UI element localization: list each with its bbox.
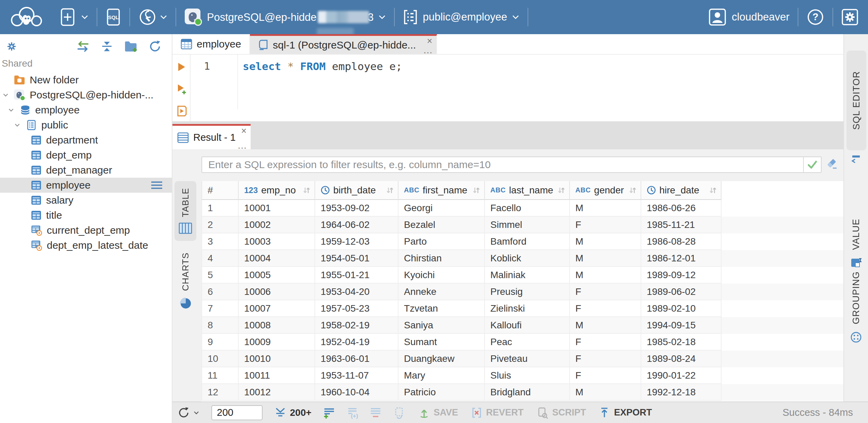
settings-button[interactable] [841, 9, 858, 26]
table-cell[interactable]: M [570, 267, 641, 284]
table-cell[interactable]: Sumant [398, 334, 485, 351]
table-cell[interactable]: 1994-09-15 [641, 317, 722, 334]
help-button[interactable]: ? [807, 8, 824, 26]
tree-item-employee[interactable]: employee [0, 103, 172, 118]
table-cell[interactable]: Peac [485, 334, 570, 351]
table-cell[interactable]: Saniya [398, 317, 485, 334]
script-button[interactable]: SCRIPT [536, 407, 586, 419]
cloudbeaver-logo-icon[interactable] [9, 6, 44, 28]
tree-item-salary[interactable]: salary [0, 193, 172, 208]
table-cell[interactable]: 10009 [239, 334, 315, 351]
table-cell[interactable]: 1952-04-19 [315, 334, 398, 351]
close-result-icon[interactable]: × [241, 126, 247, 136]
apply-filter-button[interactable] [803, 157, 821, 172]
refresh-result-button[interactable] [177, 406, 199, 419]
row-number-cell[interactable]: 10 [201, 351, 239, 367]
table-cell[interactable]: Duangkaew [398, 351, 485, 367]
tab-table[interactable]: TABLE [174, 181, 196, 241]
duplicate-row-button[interactable]: (+) [346, 407, 359, 419]
sort-icon[interactable] [472, 186, 481, 195]
table-cell[interactable]: F [570, 367, 641, 384]
table-cell[interactable]: 1989-09-12 [641, 267, 722, 284]
table-cell[interactable]: 1964-06-02 [315, 217, 398, 233]
table-cell[interactable]: Facello [485, 200, 570, 217]
table-cell[interactable]: Simmel [485, 217, 570, 233]
table-cell[interactable]: F [570, 300, 641, 317]
tree-item-dept_emp_latest_date[interactable]: dept_emp_latest_date [0, 238, 172, 253]
table-cell[interactable]: Mary [398, 367, 485, 384]
table-cell[interactable]: 1953-09-02 [315, 200, 398, 217]
export-button[interactable]: EXPORT [598, 407, 652, 419]
table-cell[interactable]: F [570, 284, 641, 300]
delete-row-button[interactable] [369, 407, 382, 419]
collapse-all-button[interactable] [101, 40, 113, 53]
column-header-emp_no[interactable]: 123emp_no [239, 181, 315, 200]
row-number-cell[interactable]: 9 [201, 334, 239, 351]
table-cell[interactable]: 10012 [239, 384, 315, 401]
revert-button[interactable]: REVERT [471, 407, 524, 419]
row-number-cell[interactable]: 1 [201, 200, 239, 217]
sort-icon[interactable] [557, 186, 566, 195]
tree-item-dept_emp[interactable]: dept_emp [0, 148, 172, 163]
table-cell[interactable]: 1992-12-18 [641, 384, 722, 401]
table-cell[interactable]: 1960-10-04 [315, 384, 398, 401]
table-cell[interactable]: M [570, 250, 641, 267]
tab-employee[interactable]: employee [172, 34, 250, 54]
save-button[interactable]: SAVE [418, 407, 458, 419]
filter-input[interactable] [202, 159, 803, 170]
table-cell[interactable]: 1985-02-18 [641, 334, 722, 351]
table-cell[interactable]: 10002 [239, 217, 315, 233]
table-cell[interactable]: 10001 [239, 200, 315, 217]
table-cell[interactable]: Anneke [398, 284, 485, 300]
table-cell[interactable]: Bridgland [485, 384, 570, 401]
user-menu[interactable]: cloudbeaver [709, 8, 789, 26]
table-cell[interactable]: M [570, 233, 641, 250]
table-cell[interactable]: Chirstian [398, 250, 485, 267]
tree-item-department[interactable]: department [0, 133, 172, 148]
column-header-birth_date[interactable]: birth_date [315, 181, 398, 200]
link-with-editor-button[interactable] [76, 40, 90, 53]
expand-chevron-icon[interactable] [14, 123, 20, 127]
table-cell[interactable]: F [570, 351, 641, 367]
sort-icon[interactable] [302, 186, 311, 195]
table-cell[interactable]: 1953-04-20 [315, 284, 398, 300]
table-cell[interactable]: 10005 [239, 267, 315, 284]
table-cell[interactable]: 1954-05-01 [315, 250, 398, 267]
execute-query-new-tab-button[interactable] [176, 83, 187, 95]
table-cell[interactable]: 10006 [239, 284, 315, 300]
page-size-input[interactable] [211, 405, 263, 420]
tree-item-current_dept_emp[interactable]: current_dept_emp [0, 223, 172, 238]
table-cell[interactable]: 1986-08-28 [641, 233, 722, 250]
row-number-cell[interactable]: 8 [201, 317, 239, 334]
tab-sql-editor[interactable]: SQL EDITOR [846, 51, 866, 150]
column-header-first_name[interactable]: ABCfirst_name [398, 181, 485, 200]
tree-item-dept_manager[interactable]: dept_manager [0, 163, 172, 178]
row-number-cell[interactable]: 11 [201, 367, 239, 384]
table-cell[interactable]: 10011 [239, 367, 315, 384]
table-cell[interactable]: M [570, 384, 641, 401]
table-cell[interactable]: 1990-01-22 [641, 367, 722, 384]
table-cell[interactable]: 1989-06-02 [641, 284, 722, 300]
tree-item-PostgreSQL@ep-hidden-...[interactable]: PostgreSQL@ep-hidden-... [0, 87, 172, 103]
table-cell[interactable]: F [570, 217, 641, 233]
table-cell[interactable]: 1989-02-10 [641, 300, 722, 317]
column-header-hire_date[interactable]: hire_date [641, 181, 722, 200]
table-cell[interactable]: 10008 [239, 317, 315, 334]
column-header-last_name[interactable]: ABClast_name [485, 181, 570, 200]
driver-tools-button[interactable] [138, 8, 167, 26]
table-cell[interactable]: Kyoichi [398, 267, 485, 284]
table-cell[interactable]: 1985-11-21 [641, 217, 722, 233]
table-cell[interactable]: 1955-01-21 [315, 267, 398, 284]
result-more-icon[interactable]: … [237, 141, 247, 150]
refresh-tree-button[interactable] [149, 40, 162, 53]
table-cell[interactable]: 1959-12-03 [315, 233, 398, 250]
table-cell[interactable]: Piveteau [485, 351, 570, 367]
sort-icon[interactable] [628, 186, 637, 195]
table-cell[interactable]: Kalloufi [485, 317, 570, 334]
sql-editor[interactable]: 1 select * FROM employee e; Ln 1, Col 26… [172, 55, 843, 121]
clear-filter-button[interactable] [826, 158, 838, 169]
expand-chevron-icon[interactable] [3, 93, 9, 97]
row-number-cell[interactable]: 5 [201, 267, 239, 284]
navigator-settings-button[interactable] [5, 40, 18, 53]
tab-charts[interactable]: CHARTS [174, 246, 196, 316]
